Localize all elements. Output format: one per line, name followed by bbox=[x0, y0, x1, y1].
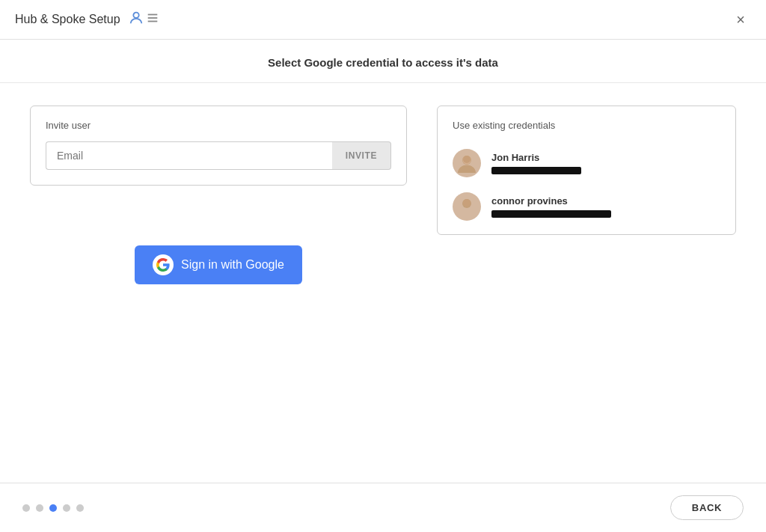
svg-point-0 bbox=[133, 13, 138, 18]
pagination-dots bbox=[22, 504, 84, 512]
modal-header: Hub & Spoke Setup × bbox=[0, 0, 766, 40]
invite-input-row: INVITE bbox=[46, 141, 391, 170]
list-icon bbox=[146, 11, 159, 28]
modal-footer: BACK bbox=[0, 483, 766, 532]
credentials-label: Use existing credentials bbox=[453, 120, 720, 131]
credential-name: Jon Harris bbox=[491, 152, 581, 163]
person-icon bbox=[128, 10, 144, 29]
pagination-dot-1 bbox=[22, 504, 30, 512]
google-logo-icon bbox=[153, 254, 174, 275]
modal-title: Hub & Spoke Setup bbox=[15, 13, 120, 26]
modal-subtitle: Select Google credential to access it's … bbox=[0, 40, 766, 83]
invite-user-box: Invite user INVITE bbox=[30, 106, 407, 186]
email-field[interactable] bbox=[46, 141, 332, 170]
back-button[interactable]: BACK bbox=[670, 495, 744, 520]
modal-body: Invite user INVITE bbox=[0, 83, 766, 483]
credential-info: Jon Harris bbox=[491, 152, 581, 174]
header-icon-group bbox=[128, 10, 159, 29]
credentials-box: Use existing credentials Jon Harris bbox=[437, 106, 736, 235]
credential-redacted-email bbox=[491, 210, 611, 218]
google-signin-area: Sign in with Google bbox=[30, 245, 407, 284]
avatar bbox=[453, 149, 481, 177]
close-button[interactable]: × bbox=[730, 9, 751, 30]
credential-name: connor provines bbox=[491, 195, 611, 207]
left-panel: Invite user INVITE bbox=[30, 106, 407, 460]
pagination-dot-4 bbox=[63, 504, 70, 512]
avatar bbox=[453, 192, 481, 221]
modal: Hub & Spoke Setup × Sel bbox=[0, 0, 766, 532]
google-signin-label: Sign in with Google bbox=[181, 258, 284, 272]
invite-button[interactable]: INVITE bbox=[332, 141, 391, 170]
header-left: Hub & Spoke Setup bbox=[15, 10, 159, 29]
pagination-dot-2 bbox=[36, 504, 43, 512]
list-item[interactable]: Jon Harris bbox=[453, 149, 720, 177]
credential-redacted-email bbox=[491, 167, 581, 174]
credential-info: connor provines bbox=[491, 195, 611, 218]
pagination-dot-3 bbox=[49, 504, 57, 512]
google-signin-button[interactable]: Sign in with Google bbox=[135, 245, 302, 284]
pagination-dot-5 bbox=[76, 504, 84, 512]
invite-user-label: Invite user bbox=[46, 120, 391, 131]
svg-point-6 bbox=[463, 156, 471, 163]
svg-point-8 bbox=[463, 199, 471, 207]
right-panel: Use existing credentials Jon Harris bbox=[437, 106, 736, 460]
list-item[interactable]: connor provines bbox=[453, 192, 720, 221]
